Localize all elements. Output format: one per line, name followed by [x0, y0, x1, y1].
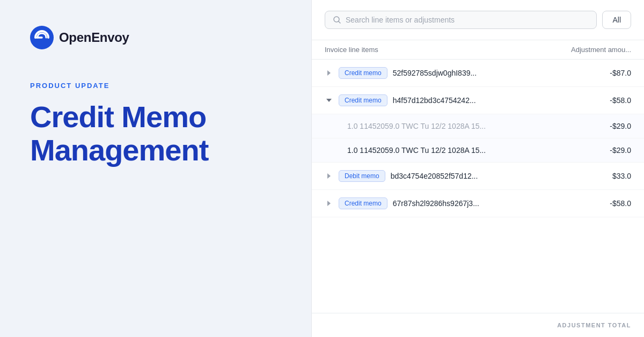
- row-left: Credit memo 67r87sh2l9286hs9267j3...: [325, 197, 588, 209]
- main-title-line1: Credit Memo: [30, 100, 206, 134]
- row-left: Debit memo bd3c4754e20852f57d12...: [325, 170, 588, 182]
- search-input-placeholder: Search line items or adjustments: [346, 16, 455, 24]
- badge-credit: Credit memo: [339, 94, 387, 106]
- left-panel: OpenEnvoy PRODUCT UPDATE Credit Memo Man…: [0, 0, 311, 337]
- row-item-id: 67r87sh2l9286hs9267j3...: [393, 199, 479, 208]
- search-box[interactable]: Search line items or adjustments: [325, 11, 597, 29]
- openenvoy-logo-icon: [30, 26, 54, 49]
- chevron-right-icon: [325, 199, 333, 208]
- search-row: Search line items or adjustments All: [312, 0, 644, 40]
- table-row[interactable]: Credit memo h4f57d12bd3c4754242... -$58.…: [312, 87, 644, 114]
- table-row[interactable]: Credit memo 67r87sh2l9286hs9267j3... -$5…: [312, 190, 644, 217]
- filter-button[interactable]: All: [602, 11, 631, 29]
- chevron-right-icon: [325, 172, 333, 180]
- badge-credit: Credit memo: [339, 67, 387, 79]
- table-body: Credit memo 52f592785sdjw0ghI839... -$87…: [312, 60, 644, 313]
- badge-debit: Debit memo: [339, 170, 385, 182]
- row-amount: -$29.0: [588, 146, 631, 155]
- main-title-line2: Management: [30, 133, 208, 167]
- row-amount: -$58.0: [588, 96, 631, 105]
- product-update-label: PRODUCT UPDATE: [30, 82, 281, 90]
- table-header: Invoice line items Adjustment amou...: [312, 40, 644, 60]
- row-item-id: h4f57d12bd3c4754242...: [393, 96, 476, 105]
- main-title: Credit Memo Management: [30, 100, 281, 166]
- row-amount: $33.0: [588, 172, 631, 180]
- row-left: 1.0 11452059.0 TWC Tu 12/2 1028A 15...: [333, 146, 588, 155]
- adjustment-total-bar: ADJUSTMENT TOTAL: [312, 313, 644, 337]
- table-row[interactable]: 1.0 11452059.0 TWC Tu 12/2 1028A 15... -…: [312, 138, 644, 163]
- chevron-placeholder: [333, 122, 342, 130]
- row-item-id: 1.0 11452059.0 TWC Tu 12/2 1028A 15...: [347, 122, 486, 130]
- chevron-down-icon: [325, 96, 333, 105]
- row-left: 1.0 11452059.0 TWC Tu 12/2 1028A 15...: [333, 122, 588, 130]
- row-item-id: 52f592785sdjw0ghI839...: [393, 69, 477, 77]
- svg-line-3: [339, 21, 341, 24]
- col-invoice-header: Invoice line items: [325, 46, 567, 54]
- chevron-right-icon: [325, 69, 333, 77]
- right-panel: Search line items or adjustments All Inv…: [311, 0, 644, 337]
- badge-credit: Credit memo: [339, 197, 387, 209]
- logo-text: OpenEnvoy: [59, 30, 129, 45]
- row-amount: -$87.0: [588, 69, 631, 77]
- row-amount: -$58.0: [588, 199, 631, 208]
- table-row[interactable]: Debit memo bd3c4754e20852f57d12... $33.0: [312, 163, 644, 190]
- logo-row: OpenEnvoy: [30, 26, 281, 49]
- search-icon: [333, 16, 341, 24]
- table-row[interactable]: Credit memo 52f592785sdjw0ghI839... -$87…: [312, 60, 644, 87]
- row-left: Credit memo 52f592785sdjw0ghI839...: [325, 67, 588, 79]
- adjustment-total-label: ADJUSTMENT TOTAL: [557, 322, 631, 328]
- row-item-id: bd3c4754e20852f57d12...: [391, 172, 478, 180]
- row-left: Credit memo h4f57d12bd3c4754242...: [325, 94, 588, 106]
- row-item-id: 1.0 11452059.0 TWC Tu 12/2 1028A 15...: [347, 146, 486, 155]
- table-row[interactable]: 1.0 11452059.0 TWC Tu 12/2 1028A 15... -…: [312, 114, 644, 138]
- row-amount: -$29.0: [588, 122, 631, 130]
- col-amount-header: Adjustment amou...: [567, 46, 631, 54]
- chevron-placeholder: [333, 146, 342, 155]
